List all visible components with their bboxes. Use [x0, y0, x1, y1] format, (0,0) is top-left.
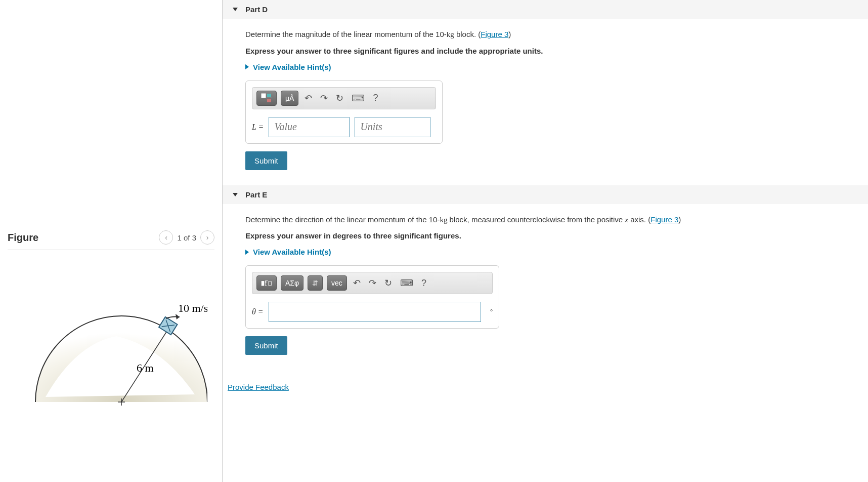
- caret-right-icon: [245, 250, 249, 255]
- figure-image: 6 m 10 m/s: [8, 280, 214, 412]
- part-d-answer-box: μÅ ↶ ↷ ↻ ⌨ ? L =: [245, 81, 443, 144]
- caret-down-icon: [233, 8, 238, 11]
- part-e-hints-toggle[interactable]: View Available Hint(s): [245, 248, 845, 256]
- prev-figure-button[interactable]: ‹: [159, 230, 173, 245]
- part-e-title: Part E: [245, 190, 267, 199]
- part-d-header[interactable]: Part D: [223, 0, 868, 19]
- undo-icon[interactable]: ↶: [351, 277, 363, 289]
- greek-tool-button[interactable]: ΑΣφ: [281, 275, 303, 291]
- value-input[interactable]: [269, 117, 350, 137]
- part-d-body: Determine the magnitude of the linear mo…: [223, 19, 868, 185]
- caret-right-icon: [245, 64, 249, 69]
- units-tool-button[interactable]: μÅ: [281, 91, 298, 106]
- templates-tool-button[interactable]: x: [256, 275, 277, 291]
- part-e-instruction: Express your answer in degrees to three …: [245, 231, 845, 240]
- part-e-section: Part E: [223, 185, 868, 204]
- part-d-submit-button[interactable]: Submit: [245, 151, 287, 170]
- velocity-label: 10 m/s: [178, 302, 207, 314]
- caret-down-icon: [233, 193, 238, 196]
- part-d-section: Part D: [223, 0, 868, 19]
- svg-rect-13: [269, 282, 272, 286]
- figure-title: Figure: [8, 232, 38, 244]
- keyboard-icon[interactable]: ⌨: [398, 277, 415, 289]
- part-e-prompt: Determine the direction of the linear mo…: [245, 214, 845, 226]
- vector-tool-button[interactable]: vec: [327, 275, 347, 291]
- reset-icon[interactable]: ↻: [382, 277, 394, 289]
- part-d-title: Part D: [245, 5, 268, 14]
- degree-symbol: °: [490, 308, 493, 316]
- fraction-tool-button[interactable]: [256, 91, 277, 106]
- figure-3-link[interactable]: Figure 3: [650, 215, 678, 224]
- part-e-answer-box: x ΑΣφ ⇵ vec ↶ ↷ ↻ ⌨ ? θ = °: [245, 265, 499, 329]
- provide-feedback-link[interactable]: Provide Feedback: [223, 370, 294, 404]
- figure-counter: 1 of 3: [177, 233, 196, 242]
- help-icon[interactable]: ?: [419, 278, 428, 289]
- undo-icon[interactable]: ↶: [302, 93, 314, 104]
- redo-icon[interactable]: ↷: [318, 93, 330, 104]
- part-e-toolbar: x ΑΣφ ⇵ vec ↶ ↷ ↻ ⌨ ?: [252, 272, 493, 294]
- keyboard-icon[interactable]: ⌨: [350, 93, 367, 104]
- part-d-hints-toggle[interactable]: View Available Hint(s): [245, 63, 845, 71]
- part-d-variable: L =: [252, 123, 264, 132]
- svg-rect-11: [262, 281, 265, 286]
- redo-icon[interactable]: ↷: [367, 277, 378, 289]
- svg-marker-6: [176, 314, 180, 319]
- figure-panel: Figure ‹ 1 of 3 › 6 m: [0, 0, 223, 482]
- part-e-variable: θ =: [252, 307, 264, 316]
- part-d-instruction: Express your answer to three significant…: [245, 47, 845, 55]
- svg-rect-8: [267, 94, 271, 97]
- part-e-submit-button[interactable]: Submit: [245, 336, 287, 355]
- help-icon[interactable]: ?: [371, 93, 380, 103]
- main-content: Part D Determine the magnitude of the li…: [223, 0, 868, 482]
- figure-3-link[interactable]: Figure 3: [481, 30, 508, 38]
- figure-nav: ‹ 1 of 3 ›: [159, 230, 214, 245]
- subscript-tool-button[interactable]: ⇵: [308, 275, 323, 291]
- part-d-prompt: Determine the magnitude of the linear mo…: [245, 29, 845, 41]
- units-input[interactable]: [355, 117, 430, 137]
- reset-icon[interactable]: ↻: [334, 93, 345, 104]
- part-d-toolbar: μÅ ↶ ↷ ↻ ⌨ ?: [252, 87, 436, 109]
- svg-rect-9: [267, 99, 271, 102]
- svg-rect-7: [262, 94, 266, 98]
- theta-input[interactable]: [269, 302, 481, 322]
- part-e-body: Determine the direction of the linear mo…: [223, 204, 868, 371]
- radius-label: 6 m: [137, 362, 154, 374]
- part-e-header[interactable]: Part E: [223, 185, 868, 204]
- next-figure-button[interactable]: ›: [200, 230, 214, 245]
